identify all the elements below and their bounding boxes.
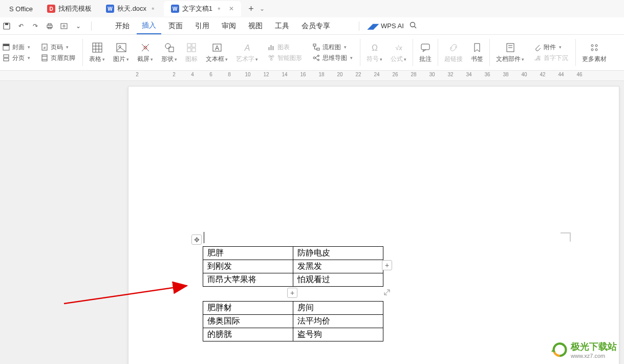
save-icon[interactable] xyxy=(2,22,11,31)
cover-icon xyxy=(2,43,10,51)
dropcap-label: 首字下沉 xyxy=(544,54,568,62)
menu-view[interactable]: 视图 xyxy=(243,18,268,34)
table-row[interactable]: 的膀胱 盗号狗 xyxy=(203,328,383,341)
pagenum-icon: # xyxy=(40,43,49,51)
ruler-mark: 20 xyxy=(331,72,349,77)
textbox-button[interactable]: A 文本框▾ xyxy=(202,37,232,68)
add-tab-button[interactable]: + xyxy=(245,3,257,15)
symbol-button[interactable]: Ω 符号▾ xyxy=(362,37,386,68)
table-1[interactable]: 肥胖 防静电皮 到刚发 发黑发 而昂大苹果将 怕观看过 xyxy=(203,246,383,287)
svg-rect-10 xyxy=(3,44,9,46)
attachment-icon xyxy=(533,43,542,51)
table-row[interactable]: 佛奥国际 法平均价 xyxy=(203,315,383,328)
tab-doc2[interactable]: W 文字文稿1 • ✕ xyxy=(164,1,241,16)
picture-button[interactable]: 图片▾ xyxy=(109,37,133,68)
tabs-expand-button[interactable]: ⌄ xyxy=(260,5,265,12)
ribbon-group-flow: 流程图▾ 思维导图▾ xyxy=(307,37,358,68)
wordart-button[interactable]: A 艺术字▾ xyxy=(232,37,262,68)
tab-doc1[interactable]: W 秋天.docx • xyxy=(99,1,164,16)
more-button[interactable]: 更多素材 xyxy=(578,37,611,68)
table-cell[interactable]: 到刚发 xyxy=(203,260,293,273)
tab-office[interactable]: S Office xyxy=(2,1,40,16)
dropcap-button[interactable]: A 首字下沉 xyxy=(533,54,568,62)
table-cell[interactable]: 而昂大苹果将 xyxy=(203,273,293,287)
table-row[interactable]: 肥胖豺 房间 xyxy=(203,302,383,315)
table-cell[interactable]: 防静电皮 xyxy=(293,247,383,260)
menu-review[interactable]: 审阅 xyxy=(217,18,241,34)
ruler-scale: 2 2 4 6 8 10 12 14 16 18 20 22 24 26 28 … xyxy=(128,72,589,77)
menu-page[interactable]: 页面 xyxy=(163,18,188,34)
document-area[interactable]: ✥ 肥胖 防静电皮 到刚发 发黑发 而昂大苹果将 怕观看过 + + 肥胖豺 房间… xyxy=(0,81,624,364)
chart-label: 图表 xyxy=(277,43,290,52)
table-cell[interactable]: 怕观看过 xyxy=(293,273,383,287)
mind-button[interactable]: 思维导图▾ xyxy=(312,54,353,62)
table-move-handle[interactable]: ✥ xyxy=(191,234,202,245)
icon-button[interactable]: 图标 xyxy=(181,37,202,68)
ruler-mark: 2 xyxy=(128,72,146,77)
ruler-mark: 6 xyxy=(202,72,220,77)
ruler-mark: 8 xyxy=(220,72,239,77)
formula-button[interactable]: √x 公式▾ xyxy=(386,37,411,68)
table-2[interactable]: 肥胖豺 房间 佛奥国际 法平均价 的膀胱 盗号狗 xyxy=(203,301,383,341)
search-icon[interactable] xyxy=(409,21,417,31)
tab-doc2-label: 文字文稿1 xyxy=(182,4,212,13)
screenshot-button[interactable]: 截屏▾ xyxy=(133,37,157,68)
table-row[interactable]: 肥胖 防静电皮 xyxy=(203,247,383,260)
ruler-mark: 18 xyxy=(312,72,331,77)
smartart-button[interactable]: 智能图形 xyxy=(267,54,302,62)
table-cell[interactable]: 肥胖豺 xyxy=(203,302,293,315)
menu-reference[interactable]: 引用 xyxy=(190,18,214,34)
close-icon[interactable]: ✕ xyxy=(226,5,234,12)
headerfooter-button[interactable]: 页眉页脚 xyxy=(40,54,75,62)
menu-insert[interactable]: 插入 xyxy=(137,18,161,34)
table-cell[interactable]: 法平均价 xyxy=(293,315,383,328)
flow-button[interactable]: 流程图▾ xyxy=(312,43,353,52)
horizontal-ruler[interactable]: 2 2 4 6 8 10 12 14 16 18 20 22 24 26 28 … xyxy=(0,71,624,81)
svg-line-49 xyxy=(315,58,318,60)
tab-daoke[interactable]: D 找稻壳模板 xyxy=(40,1,99,16)
ruler-mark: 30 xyxy=(423,72,441,77)
docpart-label: 文档部件 xyxy=(496,55,521,62)
preview-icon[interactable] xyxy=(59,22,69,31)
pagenum-button[interactable]: # 页码▾ xyxy=(40,43,75,52)
screenshot-icon xyxy=(139,41,152,54)
pagebreak-button[interactable]: 分页▾ xyxy=(2,54,30,62)
wpsai-button[interactable]: ◢◤ WPS AI xyxy=(368,22,404,30)
table-cell[interactable]: 房间 xyxy=(293,302,383,315)
svg-rect-5 xyxy=(61,24,67,29)
wpsai-label: WPS AI xyxy=(381,22,404,30)
menu-member[interactable]: 会员专享 xyxy=(296,18,335,34)
svg-rect-36 xyxy=(270,45,272,50)
table-resize-handle[interactable] xyxy=(382,288,392,297)
print-icon[interactable] xyxy=(45,22,54,31)
attachment-button[interactable]: 附件▾ xyxy=(533,43,568,52)
hyperlink-button[interactable]: 超链接 xyxy=(440,37,467,68)
svg-point-61 xyxy=(595,45,597,47)
table-button[interactable]: 表格▾ xyxy=(85,37,109,68)
add-column-button[interactable]: + xyxy=(382,260,392,270)
table-row[interactable]: 而昂大苹果将 怕观看过 xyxy=(203,273,383,287)
table-row[interactable]: 到刚发 发黑发 xyxy=(203,260,383,273)
menu-tool[interactable]: 工具 xyxy=(270,18,294,34)
bookmark-label: 书签 xyxy=(471,55,483,63)
redo-icon[interactable]: ↷ xyxy=(31,22,40,31)
docpart-button[interactable]: 文档部件▾ xyxy=(492,37,528,68)
table-cell[interactable]: 盗号狗 xyxy=(293,328,383,341)
table-cell[interactable]: 佛奥国际 xyxy=(203,315,293,328)
menu-start[interactable]: 开始 xyxy=(110,18,135,34)
svg-rect-12 xyxy=(4,58,9,61)
ruler-mark: 2 xyxy=(165,72,183,77)
shape-button[interactable]: 形状▾ xyxy=(157,37,181,68)
add-row-button[interactable]: + xyxy=(287,288,297,298)
undo-icon[interactable]: ↶ xyxy=(16,22,26,31)
menu-separator xyxy=(359,22,359,31)
table-cell[interactable]: 发黑发 xyxy=(293,260,383,273)
cover-button[interactable]: 封面▾ xyxy=(2,43,30,52)
bookmark-button[interactable]: 书签 xyxy=(467,37,487,68)
comment-button[interactable]: 批注 xyxy=(415,37,436,68)
qa-more-icon[interactable]: ⌄ xyxy=(74,22,83,31)
table-cell[interactable]: 肥胖 xyxy=(203,247,293,260)
table-cell[interactable]: 的膀胱 xyxy=(203,328,293,341)
svg-rect-37 xyxy=(272,46,274,50)
chart-button[interactable]: 图表 xyxy=(267,43,302,52)
